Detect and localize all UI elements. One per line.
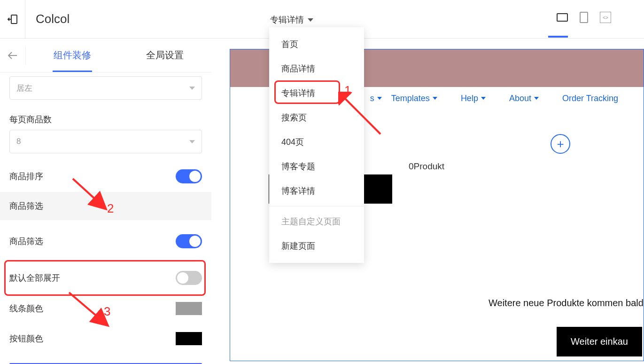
exit-icon[interactable] bbox=[0, 0, 25, 39]
page-dropdown: 首页 商品详情 专辑详情 搜索页 404页 博客专题 博客详情 主题自定义页面 … bbox=[269, 27, 364, 263]
per-page-label: 每页商品数 bbox=[9, 114, 202, 125]
desktop-icon[interactable] bbox=[557, 13, 568, 22]
page-selector[interactable]: 专辑详情 bbox=[270, 14, 313, 25]
dropdown-item-blog-topic[interactable]: 博客专题 bbox=[269, 154, 364, 179]
nav-item-about[interactable]: About bbox=[509, 94, 539, 103]
sidebar-tabs: 组件装修 全局设置 bbox=[26, 49, 211, 62]
viewport-active-underline bbox=[548, 36, 568, 38]
caret-down-icon bbox=[308, 18, 313, 22]
align-select-value: 居左 bbox=[16, 83, 32, 94]
page-selector-label: 专辑详情 bbox=[270, 14, 304, 25]
sidebar: 组件装修 全局设置 居左 每页商品数 8 商品排序 商品筛选 商品筛选 默认全部… bbox=[0, 39, 211, 364]
chevron-down-icon bbox=[189, 140, 195, 143]
product-sort-label: 商品排序 bbox=[9, 171, 43, 182]
product-sort-row: 商品排序 bbox=[0, 161, 211, 192]
tab-components-label: 组件装修 bbox=[54, 50, 91, 60]
svg-rect-0 bbox=[11, 15, 17, 24]
chevron-down-icon bbox=[433, 97, 437, 100]
line-color-row: 线条颜色 bbox=[0, 293, 211, 324]
dropdown-item-album-detail[interactable]: 专辑详情 bbox=[269, 81, 364, 105]
chevron-down-icon bbox=[189, 87, 195, 90]
dropdown-item-404[interactable]: 404页 bbox=[269, 130, 364, 154]
default-expand-label: 默认全部展开 bbox=[9, 272, 60, 284]
align-select[interactable]: 居左 bbox=[9, 76, 202, 100]
viewport-switcher: <> bbox=[557, 12, 611, 23]
tab-components[interactable]: 组件装修 bbox=[26, 49, 119, 62]
dropdown-item-search[interactable]: 搜索页 bbox=[269, 105, 364, 130]
dropdown-item-product-detail[interactable]: 商品详情 bbox=[269, 56, 364, 81]
dropdown-item-home[interactable]: 首页 bbox=[269, 32, 364, 56]
per-page-value: 8 bbox=[16, 137, 21, 146]
line-color-swatch[interactable] bbox=[176, 302, 202, 315]
product-filter-toggle[interactable] bbox=[176, 234, 202, 248]
button-color-row: 按钮颜色 bbox=[0, 324, 211, 354]
product-filter-label: 商品筛选 bbox=[9, 236, 43, 247]
per-page-select[interactable]: 8 bbox=[9, 130, 202, 153]
dropdown-item-blog-detail[interactable]: 博客详情 bbox=[269, 179, 364, 203]
sidebar-header: 组件装修 全局设置 bbox=[0, 39, 211, 72]
nav-item-tracking[interactable]: Order Tracking bbox=[562, 94, 618, 103]
product-count-label: 0Produkt bbox=[409, 161, 444, 172]
button-color-swatch[interactable] bbox=[176, 332, 202, 345]
back-icon[interactable] bbox=[0, 46, 26, 65]
chevron-down-icon bbox=[481, 97, 486, 100]
code-icon[interactable]: <> bbox=[600, 12, 611, 23]
dropdown-item-custom-page[interactable]: 主题自定义页面 bbox=[269, 209, 364, 234]
dropdown-item-new-page[interactable]: 新建页面 bbox=[269, 234, 364, 258]
nav-item-chev[interactable]: s bbox=[370, 94, 382, 103]
tablet-icon[interactable] bbox=[580, 12, 588, 23]
tab-global-label: 全局设置 bbox=[146, 50, 184, 60]
tab-global[interactable]: 全局设置 bbox=[119, 49, 212, 62]
line-color-label: 线条颜色 bbox=[9, 303, 43, 314]
chevron-down-icon bbox=[534, 97, 539, 100]
product-sort-toggle[interactable] bbox=[176, 169, 202, 183]
continue-shopping-button[interactable]: Weiter einkau bbox=[557, 327, 642, 356]
filter-section-title-label: 商品筛选 bbox=[9, 200, 43, 212]
coming-soon-text: Weitere neue Produkte kommen bald bbox=[489, 298, 644, 309]
nav-item-templates[interactable]: Templates bbox=[391, 94, 437, 103]
filter-section-title: 商品筛选 bbox=[0, 192, 211, 220]
default-expand-toggle[interactable] bbox=[176, 271, 202, 285]
dropdown-separator bbox=[269, 206, 364, 206]
chevron-down-icon bbox=[377, 97, 382, 100]
nav-item-help[interactable]: Help bbox=[461, 94, 486, 103]
product-filter-row: 商品筛选 bbox=[0, 220, 211, 262]
button-color-label: 按钮颜色 bbox=[9, 333, 43, 344]
default-expand-row: 默认全部展开 bbox=[0, 262, 211, 293]
brand-label: Colcol bbox=[36, 12, 70, 26]
